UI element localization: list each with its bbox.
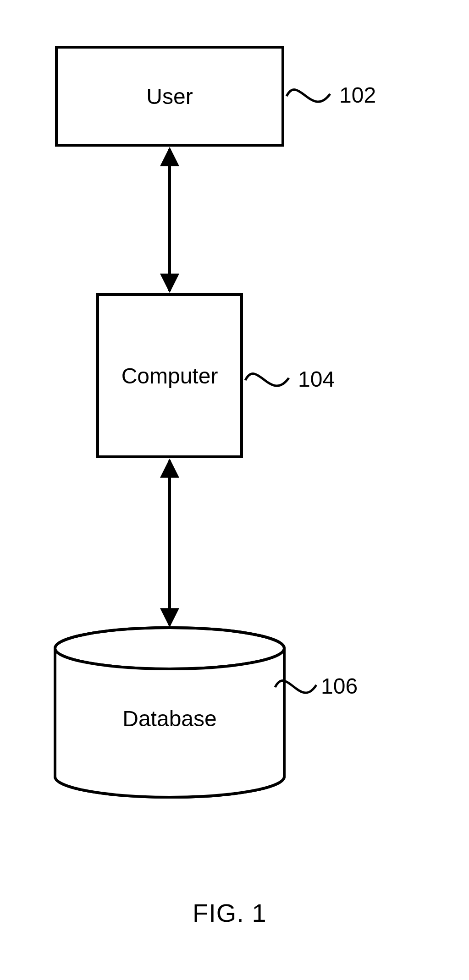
node-user: User <box>55 46 284 147</box>
leader-computer <box>245 374 289 386</box>
leader-user <box>287 90 330 102</box>
diagram-canvas: User Computer 102 104 106 FIG. 1 <box>0 0 469 980</box>
ref-database: 106 <box>321 673 358 699</box>
leader-database <box>275 681 316 693</box>
svg-overlay: Database <box>0 0 469 980</box>
ref-computer: 104 <box>298 367 335 392</box>
figure-caption: FIG. 1 <box>193 898 267 928</box>
svg-point-1 <box>55 628 284 669</box>
node-database-label: Database <box>122 706 216 731</box>
node-database: Database <box>55 628 284 797</box>
node-computer-label: Computer <box>121 363 218 389</box>
svg-point-0 <box>55 628 284 669</box>
node-user-label: User <box>146 84 193 109</box>
node-computer: Computer <box>96 293 243 458</box>
ref-user: 102 <box>339 82 376 108</box>
